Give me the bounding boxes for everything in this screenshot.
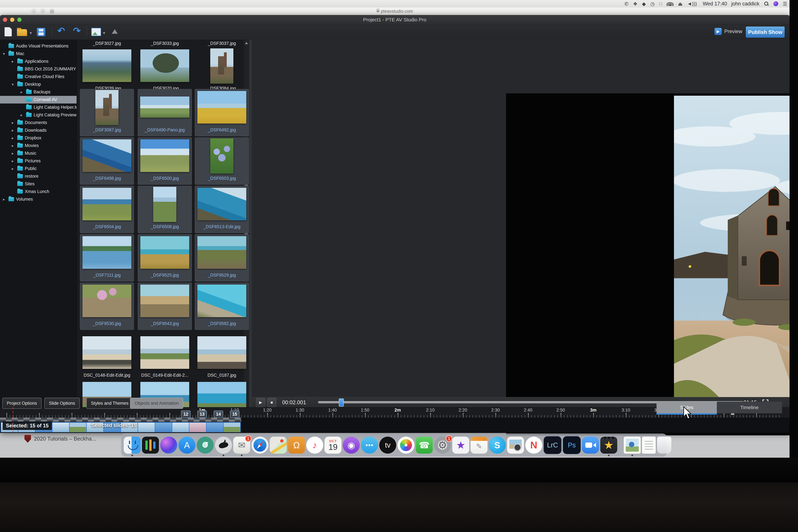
- sidebar-item-volumes[interactable]: ▸Volumes: [0, 195, 77, 203]
- insert-slide-icon[interactable]: [91, 28, 101, 36]
- sidebar-item-creative-cloud-files[interactable]: Creative Cloud Files: [0, 73, 77, 80]
- timeline-playhead[interactable]: [13, 407, 13, 432]
- podcasts-dock-icon[interactable]: ◉: [343, 437, 360, 454]
- desktop-file[interactable]: 2020 Tutorials – Beckha...: [24, 435, 96, 443]
- sidebar-item-dropbox[interactable]: ▸Dropbox: [0, 134, 77, 142]
- photoshop-dock-icon[interactable]: Ps: [563, 436, 581, 454]
- control-icon[interactable]: ◆: [642, 1, 646, 7]
- preview-app-dock-icon[interactable]: [507, 437, 524, 454]
- filmstrip-slide[interactable]: [155, 422, 172, 433]
- music-dock-icon[interactable]: ♪: [306, 437, 323, 454]
- new-project-icon[interactable]: [4, 27, 12, 36]
- library-thumbnail-dsc-0187-jpg[interactable]: DSC_0187.jpg: [195, 334, 249, 382]
- redo-icon[interactable]: ↷: [73, 26, 81, 36]
- sidebar-item-documents[interactable]: ▸Documents: [0, 119, 77, 127]
- sidebar-item-applications[interactable]: ▸Applications: [0, 58, 77, 65]
- filmstrip-slide[interactable]: [172, 422, 189, 433]
- sidebar-item-public[interactable]: ▸Public: [0, 165, 77, 172]
- news-dock-icon[interactable]: N: [525, 437, 542, 454]
- contacts-dock-icon[interactable]: Ω: [288, 437, 305, 454]
- dropbox-icon[interactable]: ❖: [633, 1, 638, 7]
- messages-dock-icon[interactable]: •••: [361, 437, 378, 454]
- calendar-dock-icon[interactable]: OCT19: [324, 437, 341, 454]
- play-button[interactable]: ▶: [256, 398, 265, 407]
- panel-divider[interactable]: [249, 40, 252, 422]
- path-finder-dock-icon[interactable]: [215, 437, 232, 454]
- siri-icon[interactable]: [773, 1, 778, 6]
- zoom-app-dock-icon[interactable]: [582, 437, 599, 454]
- sidebar-item-desktop[interactable]: ▾Desktop: [0, 80, 77, 88]
- library-thumbnail-dsf6492-jpg[interactable]: _DSF6492.jpg: [195, 89, 249, 136]
- filmstrip-slide[interactable]: [206, 422, 224, 433]
- slide-badge-15[interactable]: 15: [230, 411, 240, 418]
- trash-dock-icon[interactable]: [657, 437, 671, 454]
- sidebar-item-downloads[interactable]: ▸Downloads: [0, 127, 77, 134]
- filmstrip-slide[interactable]: [69, 422, 87, 433]
- clock-icon[interactable]: ◷: [650, 1, 654, 7]
- lightroom-dock-icon[interactable]: LrC: [544, 436, 562, 454]
- filmstrip-slide[interactable]: [189, 422, 207, 433]
- whatsapp-dock-icon[interactable]: ☎: [416, 437, 433, 454]
- slide-badge-13[interactable]: 13: [197, 411, 207, 418]
- slide-badge-12[interactable]: 12: [181, 411, 191, 418]
- forward-icon[interactable]: ›: [40, 8, 46, 14]
- library-thumbnail-dsf6513-edit-jpg[interactable]: _DSF6513-Edit.jpg: [195, 186, 249, 233]
- apple-tv-dock-icon[interactable]: tv: [379, 437, 396, 454]
- sidebar-item-mac[interactable]: ▾Mac: [0, 50, 77, 58]
- app-store-dock-icon[interactable]: A: [178, 437, 195, 454]
- image-file-dock-icon[interactable]: [624, 437, 641, 454]
- tab-styles-and-themes[interactable]: Styles and Themes: [87, 398, 133, 409]
- siri-dock-icon[interactable]: [160, 437, 177, 454]
- library-thumbnail-dsf6504-jpg[interactable]: _DSF6504.jpg: [80, 186, 134, 233]
- filmstrip-slide[interactable]: [137, 422, 155, 433]
- insert-caret-icon[interactable]: ▾: [103, 31, 105, 36]
- library-thumbnail-dsf6490-pano-jpg[interactable]: _DSF6490-Pano.jpg: [138, 89, 192, 136]
- back-icon[interactable]: ‹: [31, 8, 37, 14]
- skype-dock-icon[interactable]: S: [489, 437, 506, 454]
- finder-dock-icon[interactable]: [124, 437, 141, 454]
- tab-objects-and-animation[interactable]: Objects and Animation: [130, 398, 183, 409]
- sidebar-item-restore[interactable]: restore: [0, 172, 77, 180]
- filmstrip-slide[interactable]: [223, 422, 241, 433]
- library-thumbnail-dsf7111-jpg[interactable]: _DSF7111.jpg: [80, 234, 134, 282]
- tab-timeline[interactable]: Timeline: [717, 402, 782, 413]
- preview-viewport[interactable]: [506, 93, 790, 435]
- safari-nav[interactable]: ‹ › ▤: [31, 8, 55, 14]
- document-file-dock-icon[interactable]: [642, 437, 656, 454]
- library-thumbnail-dsf6508-jpg[interactable]: _DSF6508.jpg: [138, 186, 192, 233]
- sidebar-item-light-catalog-previews-lrdata[interactable]: ▸Light Catalog Previews.lrdata: [0, 111, 77, 119]
- undo-icon[interactable]: ↶: [57, 26, 65, 36]
- volume-icon[interactable]: ◄))): [687, 1, 697, 6]
- library-thumbnail-dsf9543-jpg[interactable]: _DSF9543.jpg: [138, 283, 192, 330]
- library-thumbnail-dsc-0149-edit-edit-2[interactable]: DSC_0149-Edit-Edit-2...: [138, 334, 192, 382]
- textedit-dock-icon[interactable]: ✎: [471, 437, 488, 454]
- filmstrip-slide[interactable]: [52, 422, 70, 433]
- window-titlebar[interactable]: Project1 - PTE AV Studio Pro: [0, 15, 790, 25]
- maps-dock-icon[interactable]: [270, 437, 287, 454]
- library-thumbnail-dsf9582-jpg[interactable]: _DSF9582.jpg: [195, 283, 249, 330]
- sidebar-item-music[interactable]: ▸Music: [0, 150, 77, 157]
- library-thumbnail-dsf3070-jpg[interactable]: _DSF3070.jpg: [138, 48, 192, 95]
- sidebar-item-cornwall-av[interactable]: Cornwall AV: [0, 96, 77, 103]
- library-thumbnail-dsf9529-jpg[interactable]: _DSF9529.jpg: [195, 234, 249, 282]
- library-thumbnail-dsf6500-jpg[interactable]: _DSF6500.jpg: [138, 137, 192, 185]
- tab-slide-options[interactable]: Slide Options: [44, 398, 80, 409]
- sidebar-item-sites[interactable]: Sites: [0, 180, 77, 188]
- sidebar-icon[interactable]: ▤: [49, 8, 55, 14]
- tab-project-options[interactable]: Project Options: [2, 398, 41, 409]
- menubar-user[interactable]: john caddick: [732, 1, 759, 7]
- save-icon[interactable]: [37, 28, 45, 36]
- spotlight-icon[interactable]: [764, 2, 768, 6]
- mail-dock-icon[interactable]: ✉1: [233, 437, 250, 454]
- notification-center-icon[interactable]: ☰: [783, 1, 787, 7]
- system-preferences-dock-icon[interactable]: ⚙1: [434, 437, 451, 454]
- collapse-icon[interactable]: [112, 29, 118, 34]
- eject-icon[interactable]: ⏏: [678, 1, 682, 7]
- pte-av-studio-dock-icon[interactable]: ★: [600, 437, 617, 454]
- open-project-icon[interactable]: [17, 29, 27, 36]
- library-thumbnail-dsf3039-jpg[interactable]: _DSF3039.jpg: [80, 48, 134, 95]
- sidebar-item-bbs-oct-2016-zummary-vf-c[interactable]: BBS Oct 2016 ZUMMARY VF (C: [0, 65, 77, 73]
- library-thumbnail-dsc-0148-edit-edit-jpg[interactable]: DSC_0148-Edit-Edit.jpg: [80, 334, 134, 382]
- app-icon[interactable]: ✆: [624, 1, 628, 7]
- sidebar-item-audio-visual-presentations[interactable]: Audio Visual Presentations: [0, 42, 77, 50]
